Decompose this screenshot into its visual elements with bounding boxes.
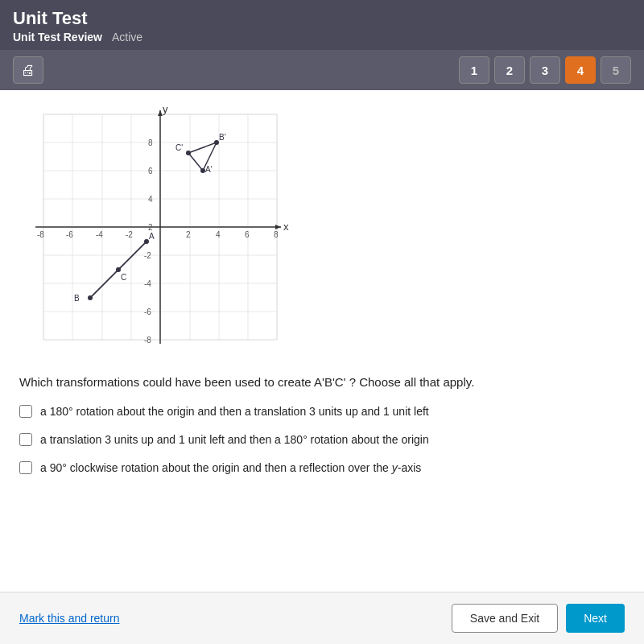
print-button[interactable]: 🖨 — [13, 56, 43, 84]
svg-text:-6: -6 — [144, 308, 151, 316]
answer-choice-a: a 180° rotation about the origin and the… — [19, 403, 625, 420]
svg-text:6: 6 — [148, 167, 153, 175]
question-5-button[interactable]: 5 — [601, 56, 631, 84]
answer-choices: a 180° rotation about the origin and the… — [19, 403, 625, 477]
svg-text:C: C — [121, 273, 126, 282]
svg-text:B': B' — [219, 133, 226, 142]
choice-b-checkbox[interactable] — [19, 433, 32, 446]
svg-text:2: 2 — [186, 230, 191, 239]
svg-text:-2: -2 — [126, 230, 133, 239]
svg-text:6: 6 — [245, 230, 250, 239]
choice-c-checkbox[interactable] — [19, 461, 32, 474]
svg-text:-2: -2 — [144, 251, 151, 260]
header: Unit Test Unit Test Review Active — [0, 0, 644, 50]
svg-text:-8: -8 — [144, 336, 151, 345]
graph-container: x y -8 -6 -4 -2 2 4 6 8 8 6 4 2 -2 -4 -6… — [19, 106, 309, 359]
choice-c-label: a 90° clockwise rotation about the origi… — [40, 460, 421, 477]
coordinate-graph: x y -8 -6 -4 -2 2 4 6 8 8 6 4 2 -2 -4 -6… — [19, 106, 293, 356]
choice-b-label: a translation 3 units up and 1 unit left… — [40, 431, 429, 448]
question-1-button[interactable]: 1 — [459, 56, 489, 84]
svg-text:8: 8 — [148, 138, 153, 147]
question-4-button[interactable]: 4 — [565, 56, 596, 84]
question-navigation: 1 2 3 4 5 — [459, 56, 631, 84]
status-badge: Active — [112, 31, 142, 43]
svg-text:A: A — [149, 232, 155, 241]
choice-a-checkbox[interactable] — [19, 405, 32, 418]
page-title: Unit Test — [13, 8, 631, 29]
question-text: Which transformations could have been us… — [19, 374, 625, 392]
svg-text:2: 2 — [148, 223, 153, 232]
svg-text:A': A' — [205, 165, 213, 174]
header-subtitle-row: Unit Test Review Active — [13, 31, 631, 43]
svg-text:C': C' — [175, 143, 183, 152]
svg-point-47 — [88, 295, 93, 300]
answer-choice-c: a 90° clockwise rotation about the origi… — [19, 460, 625, 477]
svg-point-55 — [186, 151, 191, 155]
choice-a-label: a 180° rotation about the origin and the… — [40, 403, 429, 420]
question-3-button[interactable]: 3 — [530, 56, 560, 84]
footer: Mark this and return Save and Exit Next — [0, 592, 644, 644]
svg-text:4: 4 — [148, 195, 153, 204]
svg-point-49 — [116, 267, 121, 272]
answer-choice-b: a translation 3 units up and 1 unit left… — [19, 431, 625, 448]
footer-buttons: Save and Exit Next — [452, 604, 625, 633]
save-exit-button[interactable]: Save and Exit — [452, 604, 558, 633]
content-area: x y -8 -6 -4 -2 2 4 6 8 8 6 4 2 -2 -4 -6… — [0, 90, 644, 613]
svg-text:-4: -4 — [144, 279, 151, 288]
svg-marker-20 — [275, 225, 281, 229]
question-2-button[interactable]: 2 — [494, 56, 525, 84]
next-button[interactable]: Next — [566, 604, 625, 633]
svg-text:8: 8 — [274, 230, 279, 239]
mark-return-link[interactable]: Mark this and return — [19, 612, 120, 625]
svg-text:-4: -4 — [96, 230, 103, 239]
toolbar: 🖨 1 2 3 4 5 — [0, 50, 644, 90]
svg-text:-8: -8 — [37, 230, 44, 239]
svg-text:B: B — [74, 294, 80, 303]
x-axis-label: x — [283, 221, 289, 233]
toolbar-left: 🖨 — [13, 56, 43, 84]
svg-text:-6: -6 — [66, 230, 73, 239]
svg-text:4: 4 — [216, 230, 221, 239]
unit-test-review-link[interactable]: Unit Test Review — [13, 31, 102, 43]
y-axis-label: y — [163, 106, 168, 115]
